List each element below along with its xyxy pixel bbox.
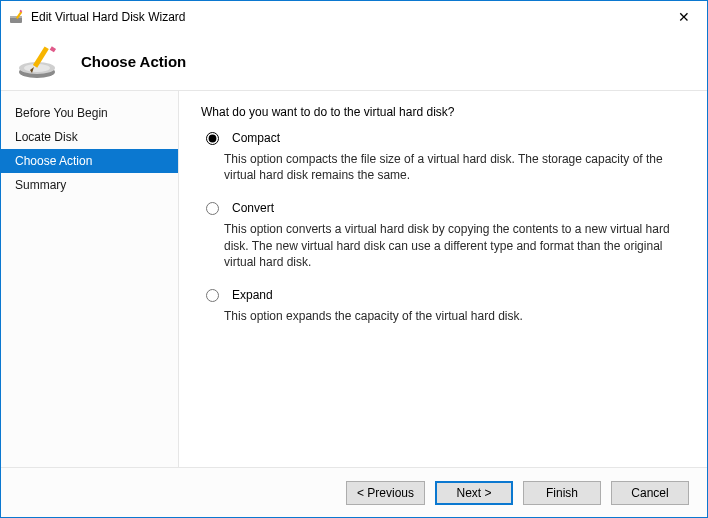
option-expand[interactable]: Expand [201, 288, 687, 302]
option-compact-label: Compact [232, 131, 280, 145]
radio-convert[interactable] [206, 202, 219, 215]
option-expand-wrap: Expand This option expands the capacity … [201, 288, 687, 324]
option-compact-wrap: Compact This option compacts the file si… [201, 131, 687, 183]
next-button[interactable]: Next > [435, 481, 513, 505]
option-compact[interactable]: Compact [201, 131, 687, 145]
option-convert-label: Convert [232, 201, 274, 215]
wizard-body: Before You Begin Locate Disk Choose Acti… [1, 91, 707, 467]
close-icon: ✕ [678, 10, 690, 24]
step-choose-action[interactable]: Choose Action [1, 149, 178, 173]
finish-button[interactable]: Finish [523, 481, 601, 505]
cancel-button[interactable]: Cancel [611, 481, 689, 505]
hard-disk-pencil-icon [17, 42, 61, 82]
step-before-you-begin[interactable]: Before You Begin [1, 101, 178, 125]
option-expand-desc: This option expands the capacity of the … [224, 308, 687, 324]
close-button[interactable]: ✕ [661, 2, 707, 32]
action-options-group: Compact This option compacts the file si… [201, 131, 687, 324]
window-title: Edit Virtual Hard Disk Wizard [31, 10, 661, 24]
option-convert-desc: This option converts a virtual hard disk… [224, 221, 687, 270]
previous-button[interactable]: < Previous [346, 481, 425, 505]
content-question: What do you want to do to the virtual ha… [201, 105, 687, 119]
option-convert[interactable]: Convert [201, 201, 687, 215]
step-locate-disk[interactable]: Locate Disk [1, 125, 178, 149]
wizard-window: Edit Virtual Hard Disk Wizard ✕ Choose A… [0, 0, 708, 518]
step-summary[interactable]: Summary [1, 173, 178, 197]
page-title: Choose Action [81, 53, 186, 70]
wizard-content: What do you want to do to the virtual ha… [179, 91, 707, 467]
app-icon [9, 9, 25, 25]
wizard-header: Choose Action [1, 33, 707, 91]
wizard-footer: < Previous Next > Finish Cancel [1, 467, 707, 517]
radio-compact[interactable] [206, 132, 219, 145]
svg-rect-9 [50, 46, 56, 52]
option-compact-desc: This option compacts the file size of a … [224, 151, 687, 183]
option-expand-label: Expand [232, 288, 273, 302]
titlebar: Edit Virtual Hard Disk Wizard ✕ [1, 1, 707, 33]
radio-expand[interactable] [206, 289, 219, 302]
wizard-steps-sidebar: Before You Begin Locate Disk Choose Acti… [1, 91, 179, 467]
option-convert-wrap: Convert This option converts a virtual h… [201, 201, 687, 270]
